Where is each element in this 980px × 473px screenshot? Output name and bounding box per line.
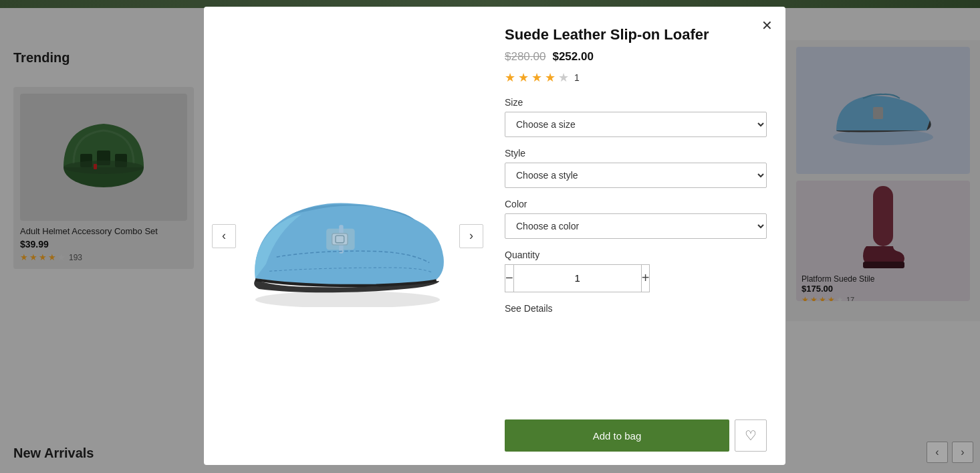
see-details-link[interactable]: See Details	[505, 303, 767, 314]
style-label: Style	[505, 148, 767, 159]
heart-icon: ♡	[745, 428, 757, 444]
product-modal: ✕ ‹ › S	[204, 7, 785, 465]
size-label: Size	[505, 97, 767, 108]
size-select[interactable]: Choose a size 6 7 8 9 10 11 12	[505, 112, 767, 137]
sale-price: $252.00	[552, 50, 593, 64]
rating-star-4: ★	[545, 70, 556, 85]
quantity-input[interactable]	[514, 264, 641, 292]
image-next-button[interactable]: ›	[459, 224, 483, 248]
rating-row: ★ ★ ★ ★ ★ 1	[505, 70, 767, 85]
color-label: Color	[505, 199, 767, 209]
rating-star-1: ★	[505, 70, 515, 85]
quantity-row: − +	[505, 264, 638, 292]
rating-star-5-empty: ★	[558, 70, 569, 85]
wishlist-button[interactable]: ♡	[735, 419, 767, 452]
svg-point-10	[255, 291, 440, 306]
style-select[interactable]: Choose a style Classic Modern Casual	[505, 163, 767, 188]
quantity-decrease-button[interactable]: −	[505, 264, 514, 292]
product-title: Suede Leather Slip-on Loafer	[505, 25, 767, 45]
add-to-bag-button[interactable]: Add to bag	[505, 419, 729, 452]
action-row: Add to bag ♡	[505, 419, 767, 452]
quantity-increase-button[interactable]: +	[641, 264, 650, 292]
image-prev-button[interactable]: ‹	[212, 224, 236, 248]
rating-star-3: ★	[531, 70, 542, 85]
price-row: $280.00 $252.00	[505, 50, 767, 64]
modal-image-area: ‹ ›	[204, 7, 491, 465]
rating-count: 1	[574, 72, 580, 83]
product-image	[234, 165, 461, 307]
quantity-label: Quantity	[505, 250, 767, 260]
modal-details: Suede Leather Slip-on Loafer $280.00 $25…	[491, 7, 785, 465]
color-select[interactable]: Choose a color Blue Black Brown White	[505, 213, 767, 239]
modal-close-button[interactable]: ✕	[757, 16, 776, 35]
original-price: $280.00	[505, 50, 545, 64]
rating-star-2: ★	[518, 70, 529, 85]
